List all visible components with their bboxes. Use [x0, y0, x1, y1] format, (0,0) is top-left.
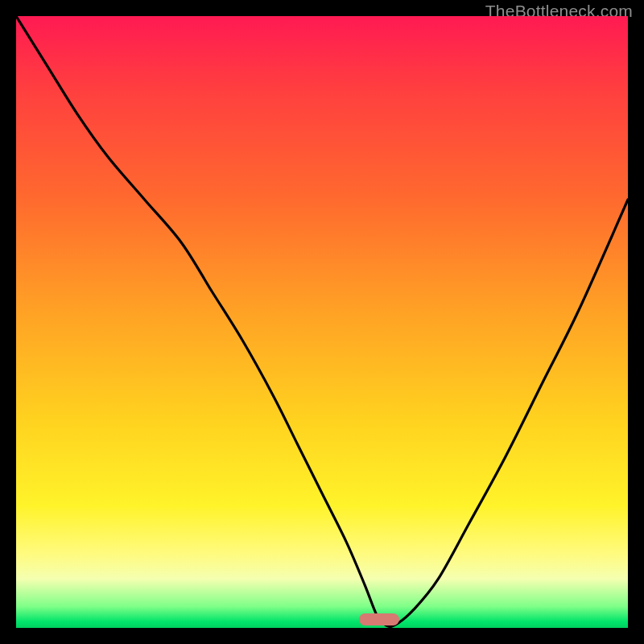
plot-area: [16, 16, 628, 628]
chart-stage: TheBottleneck.com: [0, 0, 644, 644]
optimal-range-marker: [359, 613, 399, 625]
bottleneck-curve: [16, 16, 628, 628]
curve-path: [16, 16, 628, 627]
